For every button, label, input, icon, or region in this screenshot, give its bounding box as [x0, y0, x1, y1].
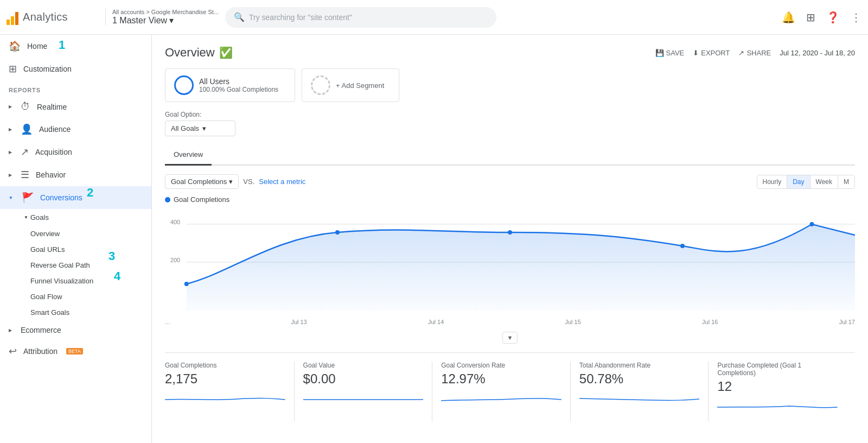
datapoint-3: [680, 244, 685, 248]
logo-bar-1: [7, 20, 10, 25]
stat-value-2: 12.97%: [441, 371, 561, 387]
share-button[interactable]: ↗ SHARE: [738, 49, 771, 57]
stat-label-1: Goal Value: [303, 362, 424, 369]
header-right: 💾 SAVE ⬇ EXPORT ↗ SHARE Jul 12, 2020 - J…: [655, 49, 856, 57]
sidebar-item-behavior[interactable]: ▶ ☰ Behavior: [0, 163, 151, 186]
stat-card-0: Goal Completions 2,175: [165, 362, 295, 421]
sidebar-sub-sub-smart-goals-label: Smart Goals: [30, 308, 69, 317]
sidebar: 1 🏠 Home ⊞ Customization REPORTS ▶ ⏱ Rea…: [0, 35, 152, 443]
datapoint-1: [335, 230, 340, 235]
apps-icon[interactable]: ⊞: [806, 11, 815, 24]
stat-label-4: Purchase Completed (Goal 1 Completions): [717, 362, 838, 377]
customization-icon: ⊞: [9, 63, 17, 75]
sidebar-sub-goals[interactable]: ▼ Goals: [0, 209, 151, 226]
time-btn-week[interactable]: Week: [810, 175, 838, 188]
x-label-3: Jul 15: [565, 319, 581, 325]
x-label-0: ...: [165, 319, 170, 325]
header-actions: 💾 SAVE ⬇ EXPORT ↗ SHARE: [655, 49, 771, 57]
sidebar-item-acquisition[interactable]: ▶ ↗ Acquisition: [0, 141, 151, 163]
metric-dropdown[interactable]: Goal Completions ▾: [165, 174, 239, 189]
more-vert-icon[interactable]: ⋮: [851, 11, 861, 24]
sidebar-item-acquisition-label: Acquisition: [35, 148, 72, 156]
all-users-segment[interactable]: All Users 100.00% Goal Completions: [165, 68, 295, 102]
logo-bar-2: [11, 16, 14, 25]
chart-legend: Goal Completions: [165, 195, 855, 204]
sidebar-sub-sub-reverse-goal-path[interactable]: Reverse Goal Path: [0, 257, 151, 273]
view-selector-arrow: ▾: [169, 15, 174, 26]
breadcrumb-area: All accounts > Google Merchandise St... …: [105, 9, 219, 26]
stat-card-1: Goal Value $0.00: [303, 362, 433, 421]
stat-value-4: 12: [717, 379, 838, 394]
chart-area: 400 200: [165, 208, 855, 317]
sidebar-sub-sub-funnel-viz[interactable]: Funnel Visualization: [0, 273, 151, 289]
share-icon: ↗: [738, 49, 744, 57]
sidebar-item-customization[interactable]: ⊞ Customization: [0, 58, 151, 80]
sidebar-item-behavior-label: Behavior: [36, 170, 66, 179]
stat-sparkline-0: [165, 389, 285, 405]
sidebar-sub-sub-goal-flow[interactable]: Goal Flow: [0, 289, 151, 305]
sidebar-sub-sub-reverse-goal-path-label: Reverse Goal Path: [30, 261, 90, 269]
chart-svg: 400 200: [165, 208, 855, 317]
search-placeholder: Try searching for "site content": [249, 13, 352, 22]
sidebar-item-attribution[interactable]: ↩ Attribution BETA: [0, 340, 151, 363]
content-header: Overview ✅ 💾 SAVE ⬇ EXPORT ↗ SHARE: [165, 46, 855, 60]
search-bar[interactable]: 🔍 Try searching for "site content": [225, 7, 496, 28]
logo-area: Analytics: [7, 10, 99, 25]
x-axis-labels: ... Jul 13 Jul 14 Jul 15 Jul 16 Jul 17: [165, 317, 855, 327]
export-button[interactable]: ⬇ EXPORT: [693, 49, 730, 57]
chart-controls: Goal Completions ▾ VS. Select a metric H…: [165, 174, 855, 189]
view-selector[interactable]: 1 Master View ▾: [112, 15, 219, 26]
metric-label: Goal Completions: [171, 178, 227, 186]
topbar: Analytics All accounts > Google Merchand…: [0, 0, 868, 35]
stat-card-2: Goal Conversion Rate 12.97%: [441, 362, 571, 421]
chart-legend-dot: [165, 197, 170, 202]
expand-chart-button[interactable]: ▼: [502, 332, 518, 344]
sidebar-item-audience[interactable]: ▶ 👤 Audience: [0, 118, 151, 141]
breadcrumb-top: All accounts > Google Merchandise St...: [112, 9, 219, 15]
sidebar-item-realtime[interactable]: ▶ ⏱ Realtime: [0, 96, 151, 118]
export-icon: ⬇: [693, 49, 699, 57]
conversions-icon: 🚩: [22, 192, 34, 204]
reports-section-label: REPORTS: [0, 80, 151, 96]
chart-legend-label: Goal Completions: [174, 195, 229, 204]
content-verified-badge: ✅: [219, 46, 233, 59]
bell-icon[interactable]: 🔔: [782, 11, 795, 24]
sidebar-item-home[interactable]: 🏠 Home: [0, 35, 151, 58]
sidebar-sub-sub-smart-goals[interactable]: Smart Goals: [0, 305, 151, 320]
collapse-caret-goals: ▼: [24, 215, 28, 220]
time-btn-day[interactable]: Day: [787, 175, 810, 188]
select-metric-link[interactable]: Select a metric: [259, 178, 305, 186]
collapse-caret-audience: ▶: [9, 127, 12, 132]
logo-bar-3: [15, 12, 18, 25]
metric-selector: Goal Completions ▾ VS. Select a metric: [165, 174, 305, 189]
behavior-icon: ☰: [21, 169, 29, 181]
sidebar-item-ecommerce-label: Ecommerce: [21, 326, 61, 334]
segment-name: All Users: [199, 77, 278, 86]
sidebar-item-ecommerce[interactable]: ▶ Ecommerce: [0, 320, 151, 340]
stat-label-3: Total Abandonment Rate: [579, 362, 700, 369]
add-segment-label: + Add Segment: [336, 81, 384, 90]
home-icon: 🏠: [9, 40, 21, 52]
time-btn-hourly[interactable]: Hourly: [757, 175, 788, 188]
metric-dropdown-arrow: ▾: [229, 178, 233, 186]
x-label-5: Jul 17: [839, 319, 855, 325]
save-button[interactable]: 💾 SAVE: [655, 49, 685, 57]
goal-dropdown[interactable]: All Goals ▾: [165, 121, 235, 136]
realtime-icon: ⏱: [21, 101, 30, 112]
collapse-caret-behavior: ▶: [9, 173, 12, 178]
stat-value-1: $0.00: [303, 371, 424, 387]
tab-overview[interactable]: Overview: [165, 145, 212, 166]
time-btn-month[interactable]: M: [838, 175, 854, 188]
sidebar-item-conversions[interactable]: ▼ 🚩 Conversions: [0, 186, 151, 209]
sidebar-sub-sub-goal-urls[interactable]: Goal URLs: [0, 242, 151, 257]
attribution-icon: ↩: [9, 345, 17, 357]
x-label-4: Jul 16: [702, 319, 718, 325]
add-segment-card[interactable]: + Add Segment: [302, 68, 399, 102]
stat-card-4: Purchase Completed (Goal 1 Completions) …: [717, 362, 846, 421]
goal-option-label: Goal Option:: [165, 111, 855, 118]
topbar-icons: 🔔 ⊞ ❓ ⋮: [782, 11, 861, 24]
share-label: SHARE: [746, 49, 771, 57]
help-icon[interactable]: ❓: [826, 11, 840, 24]
segment-sub: 100.00% Goal Completions: [199, 86, 278, 93]
sidebar-sub-sub-overview[interactable]: Overview: [0, 226, 151, 242]
